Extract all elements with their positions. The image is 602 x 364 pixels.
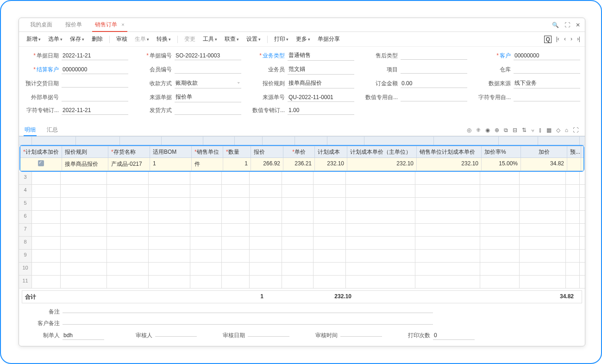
quote-rule-input[interactable]: 接单商品报价 xyxy=(288,78,354,88)
empty-cell[interactable] xyxy=(190,185,222,197)
empty-cell[interactable] xyxy=(566,185,580,197)
empty-cell[interactable] xyxy=(346,276,415,288)
empty-cell[interactable] xyxy=(222,250,250,262)
empty-cell[interactable] xyxy=(346,185,415,197)
save-button[interactable]: 保存▾ xyxy=(67,33,87,45)
last-page-icon[interactable]: ›| xyxy=(577,36,580,43)
cell-plan-cost-sales[interactable]: 232.10 xyxy=(417,158,482,170)
add-row-icon[interactable]: ⊕ xyxy=(495,127,499,133)
empty-cell[interactable] xyxy=(282,263,314,275)
empty-cell[interactable] xyxy=(480,276,520,288)
empty-cell[interactable] xyxy=(314,224,346,236)
empty-cell[interactable] xyxy=(520,276,566,288)
empty-cell[interactable] xyxy=(149,172,190,184)
empty-cell[interactable] xyxy=(222,198,250,210)
table-row-empty[interactable]: 8 xyxy=(19,237,585,250)
empty-cell[interactable] xyxy=(149,237,190,249)
pick-button[interactable]: 选单▾ xyxy=(45,33,65,45)
generate-button[interactable]: 生单▾ xyxy=(132,33,152,45)
hdr-next[interactable]: 预... xyxy=(567,146,581,157)
empty-cell[interactable] xyxy=(222,224,250,236)
empty-cell[interactable] xyxy=(222,172,250,184)
empty-cell[interactable] xyxy=(107,276,149,288)
cell-stock-name[interactable]: 产成品-0217 xyxy=(108,158,150,170)
empty-cell[interactable] xyxy=(480,211,520,223)
empty-cell[interactable] xyxy=(32,276,61,288)
empty-cell[interactable] xyxy=(190,211,222,223)
empty-cell[interactable] xyxy=(250,211,282,223)
empty-cell[interactable] xyxy=(149,224,190,236)
num-sales-input[interactable] xyxy=(401,93,467,101)
empty-cell[interactable] xyxy=(32,224,61,236)
prev-page-icon[interactable]: ‹ xyxy=(564,36,566,43)
cell-bom[interactable]: 1 xyxy=(150,158,192,170)
empty-cell[interactable] xyxy=(190,263,222,275)
empty-cell[interactable] xyxy=(346,211,415,223)
empty-cell[interactable] xyxy=(282,185,314,197)
project-input[interactable] xyxy=(401,65,467,74)
more-button[interactable]: 更多▾ xyxy=(293,33,313,45)
hdr-plan-cost[interactable]: 计划成本 xyxy=(315,146,347,157)
cell-sales-unit[interactable]: 件 xyxy=(192,158,223,170)
empty-cell[interactable] xyxy=(346,237,415,249)
settings-button[interactable]: 设置▾ xyxy=(244,33,263,45)
empty-cell[interactable] xyxy=(520,263,566,275)
empty-cell[interactable] xyxy=(480,263,520,275)
cell-quote-rule[interactable]: 接单商品报价 xyxy=(62,158,108,170)
empty-cell[interactable] xyxy=(250,185,282,197)
hdr-stock-name[interactable]: 存货名称 xyxy=(113,148,136,156)
bulb-icon[interactable]: ◎ xyxy=(467,127,471,133)
next-page-icon[interactable]: › xyxy=(571,36,572,43)
scan-icon[interactable]: Q xyxy=(544,36,551,43)
empty-cell[interactable] xyxy=(32,263,61,275)
char-sales2-input[interactable]: 2022-11-21 xyxy=(62,106,128,115)
aftersale-input[interactable] xyxy=(401,51,467,60)
table-row-empty[interactable]: 7 xyxy=(19,224,585,237)
empty-cell[interactable] xyxy=(61,250,107,262)
empty-cell[interactable] xyxy=(415,263,480,275)
empty-cell[interactable] xyxy=(480,237,520,249)
empty-cell[interactable] xyxy=(415,224,480,236)
empty-cell[interactable] xyxy=(190,198,222,210)
empty-cell[interactable] xyxy=(480,250,520,262)
empty-cell[interactable] xyxy=(520,185,566,197)
table-row-empty[interactable]: 5 xyxy=(19,198,585,211)
hdr-bom[interactable]: 适用BOM xyxy=(150,146,192,157)
empty-cell[interactable] xyxy=(314,198,346,210)
hdr-plan-cost-markup[interactable]: 计划成本加价 xyxy=(25,148,59,156)
member-no-input[interactable] xyxy=(175,65,241,74)
transform-button[interactable]: 转换▾ xyxy=(154,33,174,45)
deposit-input[interactable]: 0.00 xyxy=(401,79,467,88)
warehouse-input[interactable] xyxy=(514,65,580,74)
hdr-plan-cost-sales[interactable]: 销售单位计划成本单价 xyxy=(417,146,482,157)
expand-icon[interactable]: ⛶ xyxy=(564,22,570,28)
empty-cell[interactable] xyxy=(566,224,580,236)
checkbox-icon[interactable] xyxy=(38,160,44,166)
empty-cell[interactable] xyxy=(61,198,107,210)
empty-cell[interactable] xyxy=(480,185,520,197)
pin-icon[interactable]: ◉ xyxy=(485,127,490,133)
empty-cell[interactable] xyxy=(250,263,282,275)
empty-cell[interactable] xyxy=(282,250,314,262)
copy-row-icon[interactable]: ⧉ xyxy=(504,127,508,133)
empty-cell[interactable] xyxy=(566,263,580,275)
empty-cell[interactable] xyxy=(282,276,314,288)
linkquery-button[interactable]: 联查▾ xyxy=(222,33,242,45)
empty-cell[interactable] xyxy=(480,198,520,210)
cell-plan-cost-main[interactable]: 232.10 xyxy=(347,158,417,170)
empty-cell[interactable] xyxy=(415,185,480,197)
empty-cell[interactable] xyxy=(314,276,346,288)
tab-sales-order[interactable]: 销售订单 × xyxy=(88,18,131,31)
add-button[interactable]: 新增▾ xyxy=(24,33,44,45)
delete-button[interactable]: 删除 xyxy=(89,33,106,45)
tools-button[interactable]: 工具▾ xyxy=(200,33,220,45)
empty-cell[interactable] xyxy=(415,198,480,210)
empty-cell[interactable] xyxy=(149,263,190,275)
empty-cell[interactable] xyxy=(32,172,61,184)
filter-icon[interactable]: ⍱ xyxy=(531,127,534,133)
home-icon[interactable]: ⌂ xyxy=(565,127,568,133)
empty-cell[interactable] xyxy=(282,211,314,223)
focus-icon[interactable]: ⁜ xyxy=(476,127,481,133)
empty-cell[interactable] xyxy=(314,263,346,275)
empty-cell[interactable] xyxy=(32,211,61,223)
